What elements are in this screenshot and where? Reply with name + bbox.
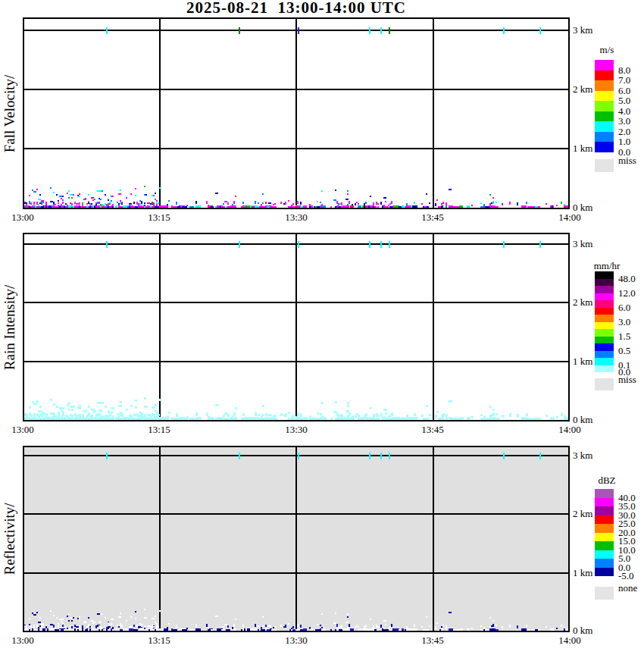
colorbar-cell [595, 60, 614, 70]
colorbar-cell [595, 286, 614, 293]
colorbar-cell-label: 6.0 [618, 302, 630, 314]
time-tick-label: 13:30 [285, 424, 308, 436]
colorbar-units-ms: m/s [580, 44, 633, 56]
time-tick-label: 13:15 [148, 212, 170, 224]
time-tick-label: 13:30 [285, 212, 308, 224]
colorbar-cell [595, 322, 614, 330]
colorbar-cell [595, 329, 614, 337]
time-tick-label: 13:45 [421, 212, 444, 224]
time-tick-label: 14:00 [558, 424, 581, 436]
colorbar-cell [595, 132, 614, 143]
colorbar-missing-label: miss [618, 155, 636, 167]
echo-canvas-mmhr [24, 234, 568, 420]
time-tick-label: 13:00 [11, 634, 34, 647]
colorbar-cell [595, 308, 614, 315]
colorbar-cell [595, 80, 614, 91]
colorbar-cell-label: -5.0 [618, 570, 634, 582]
colorbar-cell [595, 365, 614, 373]
time-tick-label: 13:45 [421, 424, 444, 436]
colorbar-cell [595, 568, 614, 577]
colorbar-cell-label: 12.0 [618, 287, 636, 299]
colorbar-cell-label: 1.5 [618, 331, 630, 343]
colorbar-cell [595, 142, 614, 152]
km-label: 1 km [573, 356, 592, 368]
colorbar-cell [595, 559, 614, 568]
colorbar-cell [595, 293, 614, 301]
colorbar-missing-swatch [595, 378, 614, 390]
colorbar-missing-label: none [618, 582, 637, 594]
echo-canvas-dBZ [24, 447, 568, 631]
colorbar-cell [595, 343, 614, 351]
time-tick-label: 13:00 [11, 212, 34, 224]
panel-title-ms: Fall Velocity/ [2, 74, 18, 152]
colorbar-cell [595, 541, 614, 550]
panel-title-mmhr: Rain Intensity/ [2, 284, 18, 369]
colorbar-cell [595, 524, 614, 533]
colorbar-cell [595, 550, 614, 559]
colorbar-units-dBZ: dBZ [580, 475, 633, 487]
time-tick-label: 14:00 [558, 212, 581, 224]
colorbar-cell [595, 515, 614, 525]
colorbar-cell-label: 48.0 [618, 273, 636, 285]
km-label: 1 km [573, 567, 592, 579]
colorbar-cell [595, 111, 614, 122]
panel-title-dBZ: Reflectivity/ [2, 503, 18, 575]
colorbar-cell [595, 300, 614, 308]
km-label: 2 km [573, 508, 592, 520]
colorbar-cell [595, 279, 614, 287]
km-label: 3 km [573, 450, 592, 462]
plot-title: 2025-08-21 13:00-14:00 UTC [23, 0, 570, 17]
km-label: 3 km [573, 24, 592, 36]
colorbar-cell [595, 498, 614, 507]
colorbar-cell [595, 121, 614, 132]
colorbar-cell [595, 91, 614, 102]
colorbar-cell [595, 315, 614, 322]
echo-canvas-ms [24, 19, 568, 208]
colorbar-cell [595, 533, 614, 542]
colorbar-missing-swatch [595, 159, 614, 172]
colorbar-missing-swatch [595, 587, 614, 600]
colorbar-cell [595, 101, 614, 111]
time-tick-label: 13:15 [148, 424, 170, 436]
km-label: 2 km [573, 296, 592, 309]
colorbar-cell [595, 70, 614, 81]
colorbar-units-mmhr: mm/hr [580, 260, 633, 272]
km-label: 3 km [573, 238, 592, 250]
time-tick-label: 13:30 [285, 634, 308, 647]
colorbar-missing-label: miss [618, 374, 636, 386]
colorbar-cell [595, 358, 614, 365]
km-label: 1 km [573, 143, 592, 155]
time-tick-label: 14:00 [558, 634, 581, 647]
time-tick-label: 13:00 [11, 424, 34, 436]
km-label: 2 km [573, 83, 592, 96]
time-tick-label: 13:45 [421, 634, 444, 647]
time-tick-label: 13:15 [148, 634, 170, 647]
colorbar-cell-label: 0.5 [618, 345, 630, 357]
colorbar-cell [595, 337, 614, 344]
colorbar-cell [595, 506, 614, 515]
colorbar-cell [595, 489, 614, 498]
mrr-quicklook-page: 2025-08-21 13:00-14:00 UTC Fall Velocity… [0, 0, 644, 658]
colorbar-cell-label: 3.0 [618, 316, 630, 328]
colorbar-cell [595, 271, 614, 279]
colorbar-cell [595, 351, 614, 359]
